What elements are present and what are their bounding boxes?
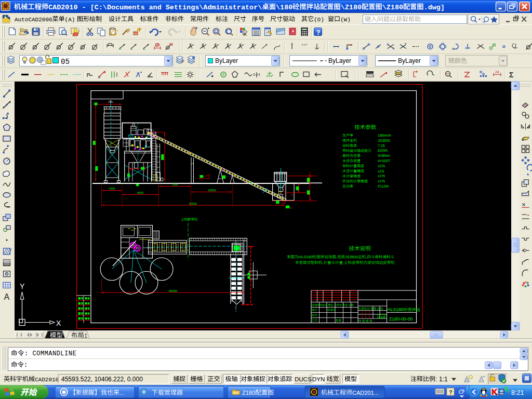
svg-text:8:21: 8:21 — [511, 389, 524, 396]
svg-text:AutoCAD2006: AutoCAD2006 — [15, 17, 52, 23]
svg-text:±1S: ±1S — [378, 169, 384, 173]
svg-text:120t: 120t — [381, 184, 389, 188]
svg-text:(A): (A) — [65, 17, 75, 23]
svg-text:8: 8 — [158, 43, 160, 47]
svg-text:M: M — [169, 42, 173, 47]
svg-text:...: ... — [119, 390, 124, 396]
svg-text:Σ: Σ — [509, 71, 513, 79]
svg-text:HLS180: HLS180 — [299, 255, 313, 259]
svg-text:: COMMANDLINE: : COMMANDLINE — [24, 350, 76, 357]
svg-text:1:100: 1:100 — [379, 315, 385, 318]
svg-text:CAD2010 - [C:\Documents and Se: CAD2010 - [C:\Documents and Settings\Adm… — [48, 4, 262, 11]
svg-text:DYN: DYN — [312, 376, 325, 382]
svg-text:JS3500: JS3500 — [345, 255, 358, 259]
svg-text:CAD2010: CAD2010 — [35, 377, 59, 383]
svg-text:40000: 40000 — [189, 202, 197, 205]
svg-text:180m³/h: 180m³/h — [378, 134, 391, 137]
svg-text:(W): (W) — [340, 17, 351, 23]
svg-text:\Z180: \Z180 — [341, 4, 362, 11]
svg-text:X: X — [56, 319, 61, 327]
svg-text:Y: Y — [20, 282, 25, 290]
svg-text:A: A — [4, 292, 10, 301]
svg-text:?: ? — [316, 29, 321, 36]
svg-text:Z180: Z180 — [242, 390, 255, 396]
svg-text:1:1: 1:1 — [439, 376, 448, 383]
svg-text::: : — [435, 376, 437, 383]
svg-text:45000: 45000 — [169, 289, 178, 292]
svg-text:7500: 7500 — [171, 183, 178, 186]
svg-text:±1%: ±1% — [378, 179, 385, 183]
svg-text:.dwg]: .dwg] — [424, 4, 445, 11]
svg-text:05: 05 — [61, 58, 70, 66]
svg-text:±1%: ±1% — [378, 174, 385, 178]
svg-text:HLS180: HLS180 — [388, 307, 404, 312]
svg-text:\180: \180 — [276, 4, 292, 11]
svg-text:10000: 10000 — [208, 189, 216, 192]
svg-text:±2%: ±2% — [378, 164, 385, 168]
svg-text:(O): (O) — [314, 17, 324, 23]
svg-text:9000: 9000 — [137, 191, 143, 194]
svg-text:CAD201...: CAD201... — [352, 390, 379, 396]
svg-text:JS3500: JS3500 — [378, 139, 390, 142]
svg-text:\Z180: \Z180 — [382, 4, 403, 11]
svg-text:,: , — [343, 260, 344, 265]
svg-text:ByLayer: ByLayer — [215, 57, 238, 64]
svg-text:ByLayer: ByLayer — [398, 57, 421, 64]
svg-text:,: , — [323, 260, 324, 265]
svg-text:1: 1 — [84, 332, 87, 339]
svg-text:24: 24 — [495, 70, 499, 74]
svg-text:7.25: 7.25 — [378, 144, 385, 148]
svg-text:Z180-00-00: Z180-00-00 — [389, 316, 413, 322]
svg-text:ByLayer: ByLayer — [328, 57, 351, 64]
svg-text:,: , — [336, 255, 337, 259]
svg-text:?: ? — [449, 389, 453, 395]
svg-text:7000: 7000 — [109, 187, 115, 190]
svg-text:DUCS: DUCS — [295, 376, 312, 382]
svg-text:620t/h: 620t/h — [378, 149, 388, 152]
svg-text:A: A — [243, 32, 247, 37]
svg-text:3×80m³: 3×80m³ — [378, 154, 391, 157]
svg-text::: : — [24, 362, 28, 369]
svg-text:,: , — [366, 255, 367, 259]
svg-text:45593.522, 10406.222, 0.000: 45593.522, 10406.222, 0.000 — [61, 376, 143, 383]
svg-text:4×100T: 4×100T — [378, 159, 391, 163]
